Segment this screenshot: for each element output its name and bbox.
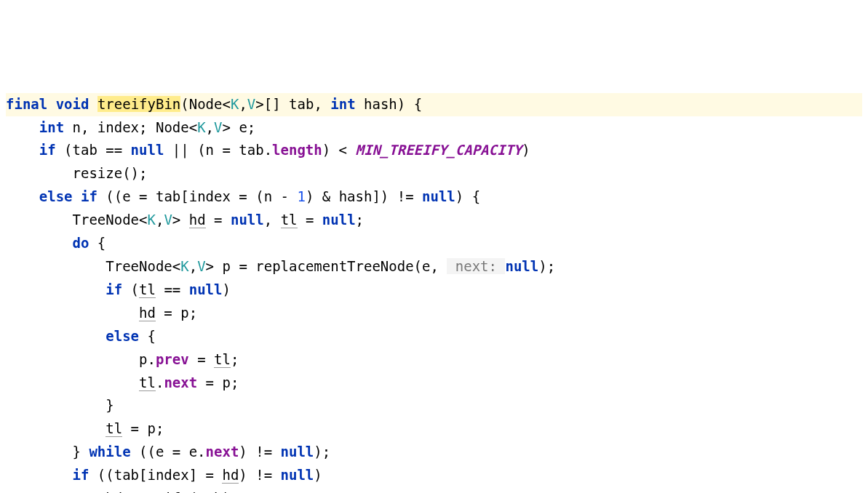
code-line: if ((tab[index] = hd) != null) — [6, 467, 322, 484]
code-line: tl = p; — [6, 420, 164, 437]
code-line: do { — [6, 235, 105, 251]
code-line: } while ((e = e.next) != null); — [6, 444, 330, 460]
code-line: int n, index; Node<K,V> e; — [6, 119, 255, 135]
inline-hint: next: — [447, 258, 505, 274]
code-line: hd = p; — [6, 305, 197, 321]
code-line: hd.treeify(tab); — [6, 490, 239, 493]
code-line: tl.next = p; — [6, 374, 239, 391]
keyword-void: void — [56, 96, 89, 112]
code-line: if (tab == null || (n = tab.length) < MI… — [6, 142, 530, 158]
method-name-highlight: treeifyBin — [97, 96, 180, 112]
code-line: TreeNode<K,V> p = replacementTreeNode(e,… — [6, 258, 555, 274]
code-line: else { — [6, 328, 156, 344]
code-line: final void treeifyBin(Node<K,V>[] tab, i… — [6, 93, 862, 116]
code-line: TreeNode<K,V> hd = null, tl = null; — [6, 212, 364, 228]
code-line: resize(); — [6, 165, 147, 181]
code-block[interactable]: final void treeifyBin(Node<K,V>[] tab, i… — [0, 93, 868, 493]
code-line: p.prev = tl; — [6, 351, 239, 368]
keyword-final: final — [6, 96, 47, 112]
code-line: else if ((e = tab[index = (n - 1) & hash… — [6, 188, 480, 204]
code-line: if (tl == null) — [6, 281, 231, 298]
code-line: } — [6, 397, 114, 413]
